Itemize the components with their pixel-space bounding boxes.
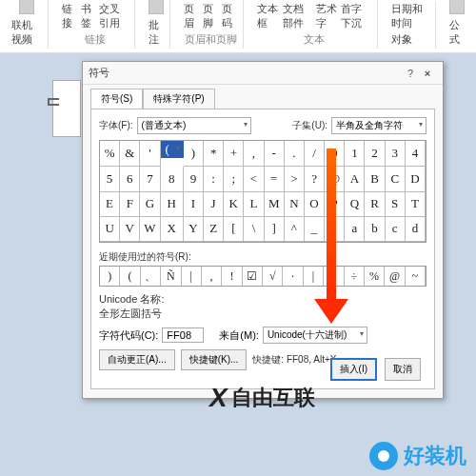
recent-cell[interactable]: · [283,267,303,286]
char-cell[interactable]: ' [140,141,160,167]
charcode-input[interactable]: FF08 [162,327,204,343]
char-cell[interactable]: J [204,192,224,217]
character-grid[interactable]: %&'()*+,-./0123456789:;<=>?@ABCDEFGHIJKL… [99,140,426,243]
char-cell[interactable]: d [406,217,426,242]
char-cell[interactable]: B [365,167,385,191]
char-cell[interactable]: A [345,167,365,191]
char-cell[interactable]: 4 [406,141,426,167]
char-cell[interactable]: b [365,217,385,242]
char-cell[interactable]: E [100,192,120,217]
char-cell[interactable]: - [265,141,285,167]
object-item[interactable]: 对象 [391,32,412,47]
char-cell[interactable]: > [285,167,305,191]
recent-cell[interactable]: 、 [141,267,161,286]
char-cell[interactable]: H [161,192,184,217]
recent-grid[interactable]: )(、Ñ|,!☑√·|·÷%@~ [99,266,426,287]
char-cell[interactable]: / [305,141,325,167]
char-cell[interactable]: [ [224,217,244,242]
char-cell[interactable]: T [406,192,426,217]
char-cell[interactable]: G [140,192,160,217]
recent-cell[interactable]: ) [100,267,120,286]
char-cell[interactable]: 8 [161,167,184,191]
char-cell[interactable]: ] [265,217,285,242]
char-cell[interactable]: I [184,192,204,217]
recent-cell[interactable]: ~ [406,267,426,286]
char-cell[interactable]: 1 [345,141,365,167]
char-cell[interactable]: 5 [100,167,120,191]
shortcutkey-button[interactable]: 快捷键(K)... [181,349,248,370]
char-cell[interactable]: 6 [120,167,140,191]
recent-cell[interactable]: ☑ [243,267,263,286]
char-cell[interactable]: ( [161,141,184,158]
recent-cell[interactable]: ÷ [345,267,365,286]
char-cell[interactable]: Q [345,192,365,217]
char-cell[interactable]: = [265,167,285,191]
char-cell[interactable]: X [161,217,184,242]
recent-cell[interactable]: ( [120,267,140,286]
insert-button[interactable]: 插入(I) [330,358,377,381]
char-cell[interactable]: ? [305,167,325,191]
char-cell[interactable]: F [120,192,140,217]
char-cell[interactable]: . [285,141,305,167]
close-button[interactable]: × [418,68,437,79]
char-cell[interactable]: \ [244,217,264,242]
help-button[interactable]: ? [403,68,418,79]
char-cell[interactable]: P [325,192,345,217]
char-cell[interactable]: R [365,192,385,217]
char-cell[interactable]: V [120,217,140,242]
recent-cell[interactable]: @ [385,267,405,286]
char-cell[interactable]: D [406,167,426,191]
from-select[interactable]: Unicode(十六进制) [263,327,367,344]
cancel-button[interactable]: 取消 [385,358,421,381]
char-cell[interactable]: , [244,141,264,167]
subset-select[interactable]: 半角及全角字符 [331,117,426,134]
recent-cell[interactable]: √ [263,267,283,286]
char-cell[interactable]: K [224,192,244,217]
char-cell[interactable]: @ [325,167,345,191]
autocorrect-button[interactable]: 自动更正(A)... [99,349,175,370]
char-cell[interactable]: ; [224,167,244,191]
char-cell[interactable]: 3 [386,141,406,167]
char-cell[interactable]: _ [305,217,325,242]
char-cell[interactable]: 2 [365,141,385,167]
recent-cell[interactable]: , [202,267,222,286]
char-cell[interactable]: O [305,192,325,217]
char-cell[interactable]: 9 [184,167,204,191]
online-video-icon[interactable] [19,0,34,14]
char-cell[interactable]: 7 [140,167,160,191]
char-cell[interactable]: < [244,167,264,191]
char-cell[interactable]: & [120,141,140,167]
char-cell[interactable]: a [345,217,365,242]
char-cell[interactable]: C [386,167,406,191]
char-cell[interactable]: : [204,167,224,191]
char-cell[interactable]: L [244,192,264,217]
datetime-item[interactable]: 日期和时间 [391,2,429,30]
recent-cell[interactable]: | [304,267,324,286]
recent-cell[interactable]: % [365,267,385,286]
char-cell[interactable]: 0 [325,141,345,167]
dialog-titlebar[interactable]: 符号 ? × [83,62,443,85]
char-cell[interactable]: M [265,192,285,217]
char-cell[interactable]: ) [184,141,204,167]
char-cell[interactable]: c [386,217,406,242]
char-cell[interactable]: S [386,192,406,217]
recent-cell[interactable]: Ñ [161,267,181,286]
comment-icon[interactable] [149,0,164,14]
font-select[interactable]: (普通文本) [137,117,251,134]
char-cell[interactable]: U [100,217,120,242]
tab-special-chars[interactable]: 特殊字符(P) [143,89,214,109]
char-cell[interactable]: Z [204,217,224,242]
equation-icon[interactable] [449,0,465,14]
char-cell[interactable]: Y [184,217,204,242]
char-cell[interactable]: + [224,141,244,167]
recent-cell[interactable]: ! [222,267,242,286]
char-cell[interactable]: ` [325,217,345,242]
recent-cell[interactable]: · [324,267,344,286]
tab-symbols[interactable]: 符号(S) [90,89,143,109]
char-cell[interactable]: * [204,141,224,167]
char-cell[interactable]: ^ [285,217,305,242]
recent-cell[interactable]: | [182,267,202,286]
char-cell[interactable]: % [100,141,120,167]
char-cell[interactable]: W [140,217,160,242]
char-cell[interactable]: N [285,192,305,217]
